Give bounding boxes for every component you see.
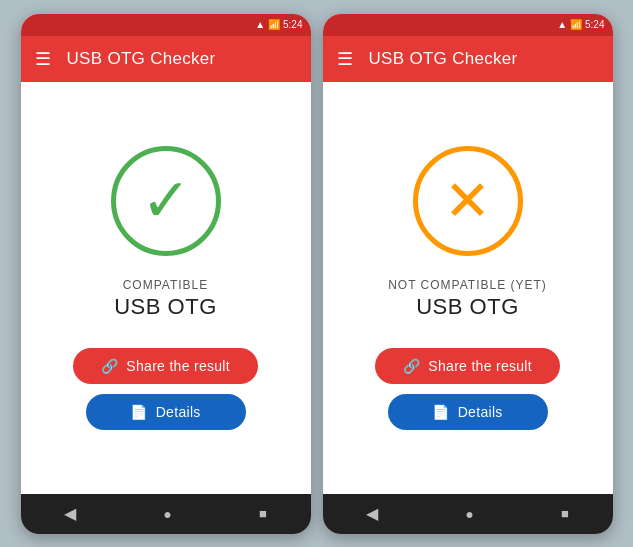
phone-content-2: ✕ NOT COMPATIBLE (YET) USB OTG 🔗 Share t… [323, 82, 613, 494]
status-icons-1: ▲ 📶 5:24 [255, 19, 302, 30]
app-title-1: USB OTG Checker [67, 49, 216, 69]
time-1: 5:24 [283, 19, 302, 30]
phone-content-1: ✓ COMPATIBLE USB OTG 🔗 Share the result … [21, 82, 311, 494]
phone-not-compatible: ▲ 📶 5:24 ☰ USB OTG Checker ✕ NOT COMPATI… [323, 14, 613, 534]
result-title-1: USB OTG [114, 294, 217, 320]
nav-bar-1 [21, 494, 311, 534]
status-icons-2: ▲ 📶 5:24 [557, 19, 604, 30]
wifi-icon-2: 📶 [570, 19, 582, 30]
details-icon-2: 📄 [432, 404, 449, 420]
result-label-2: NOT COMPATIBLE (YET) [388, 278, 547, 292]
time-2: 5:24 [585, 19, 604, 30]
signal-icon-2: ▲ [557, 19, 567, 30]
details-label-2: Details [458, 404, 503, 420]
app-title-2: USB OTG Checker [369, 49, 518, 69]
share-label-1: Share the result [126, 358, 230, 374]
x-icon: ✕ [444, 173, 491, 229]
back-button-1[interactable] [48, 498, 92, 529]
result-label-1: COMPATIBLE [123, 278, 209, 292]
app-bar-1: ☰ USB OTG Checker [21, 36, 311, 82]
details-button-2[interactable]: 📄 Details [388, 394, 548, 430]
home-button-1[interactable] [147, 500, 187, 528]
recent-button-2[interactable] [545, 500, 585, 527]
share-icon-2: 🔗 [403, 358, 420, 374]
wifi-icon-1: 📶 [268, 19, 280, 30]
home-button-2[interactable] [449, 500, 489, 528]
details-button-1[interactable]: 📄 Details [86, 394, 246, 430]
details-label-1: Details [156, 404, 201, 420]
result-circle-2: ✕ [413, 146, 523, 256]
nav-bar-2 [323, 494, 613, 534]
share-icon-1: 🔗 [101, 358, 118, 374]
share-label-2: Share the result [428, 358, 532, 374]
share-button-2[interactable]: 🔗 Share the result [375, 348, 560, 384]
share-button-1[interactable]: 🔗 Share the result [73, 348, 258, 384]
back-button-2[interactable] [350, 498, 394, 529]
result-title-2: USB OTG [416, 294, 519, 320]
check-icon: ✓ [141, 171, 191, 231]
signal-icon-1: ▲ [255, 19, 265, 30]
recent-button-1[interactable] [243, 500, 283, 527]
app-bar-2: ☰ USB OTG Checker [323, 36, 613, 82]
phone-compatible: ▲ 📶 5:24 ☰ USB OTG Checker ✓ COMPATIBLE … [21, 14, 311, 534]
result-circle-1: ✓ [111, 146, 221, 256]
status-bar-2: ▲ 📶 5:24 [323, 14, 613, 36]
status-bar-1: ▲ 📶 5:24 [21, 14, 311, 36]
details-icon-1: 📄 [130, 404, 147, 420]
menu-icon-2[interactable]: ☰ [337, 48, 353, 70]
menu-icon-1[interactable]: ☰ [35, 48, 51, 70]
